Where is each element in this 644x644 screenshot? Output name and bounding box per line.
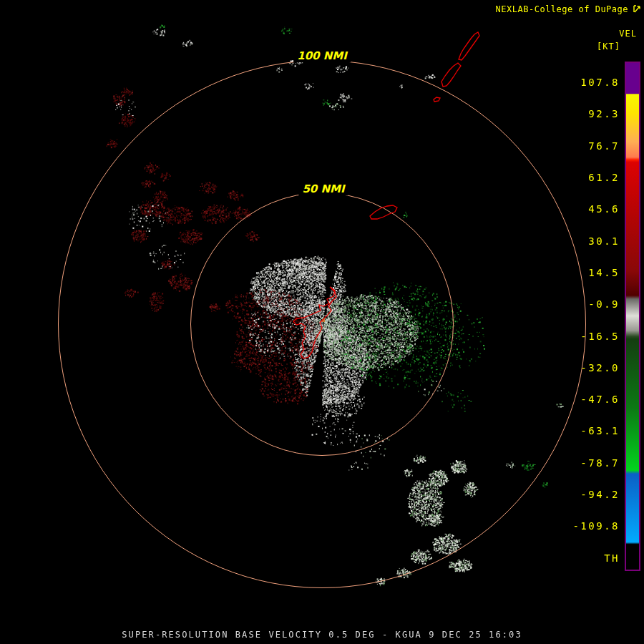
colorbar-tick-threshold: TH: [555, 542, 620, 573]
colorbar-tick: -32.0: [555, 352, 620, 384]
colorbar-tick: 76.7: [555, 130, 620, 162]
colorbar-tick: -0.9: [555, 288, 620, 320]
coastline-guam: [293, 287, 336, 358]
coastline-tinian: [441, 63, 461, 87]
colorbar-tick: 30.1: [555, 225, 620, 256]
colorbar-tick: 14.5: [555, 257, 620, 288]
coastline-overlay: [0, 0, 644, 644]
product-caption: SUPER-RESOLUTION BASE VELOCITY 0.5 DEG -…: [122, 630, 522, 640]
coastline-saipan: [459, 32, 479, 60]
coastline-aguijan: [434, 97, 440, 102]
colorbar-tick: -109.8: [555, 510, 620, 542]
colorbar-ticks: 107.8 92.3 76.7 61.2 45.6 30.1 14.5 -0.9…: [555, 67, 620, 574]
colorbar-gradient: [625, 62, 640, 571]
colorbar-tick: -16.5: [555, 320, 620, 351]
radar-display: 100 NMI 50 NMI NEXLAB-College of DuPage …: [0, 0, 644, 644]
colorbar-tick: 45.6: [555, 193, 620, 225]
colorbar-tick: -63.1: [555, 415, 620, 447]
colorbar-tick: -78.7: [555, 447, 620, 479]
colorbar-unit-sub: [KT]: [597, 42, 620, 52]
colorbar-tick: 92.3: [555, 98, 620, 130]
colorbar: VEL [KT] 107.8 92.3 76.7 61.2 45.6 30.1 …: [572, 0, 644, 594]
range-label-100nmi: 100 NMI: [293, 49, 351, 62]
colorbar-unit-label: VEL: [619, 29, 637, 39]
colorbar-tick: 61.2: [555, 162, 620, 193]
colorbar-tick: 107.8: [555, 67, 620, 98]
range-label-50nmi: 50 NMI: [298, 182, 348, 195]
coastline-rota: [370, 205, 397, 219]
colorbar-tick: -94.2: [555, 479, 620, 510]
colorbar-tick: -47.6: [555, 384, 620, 415]
